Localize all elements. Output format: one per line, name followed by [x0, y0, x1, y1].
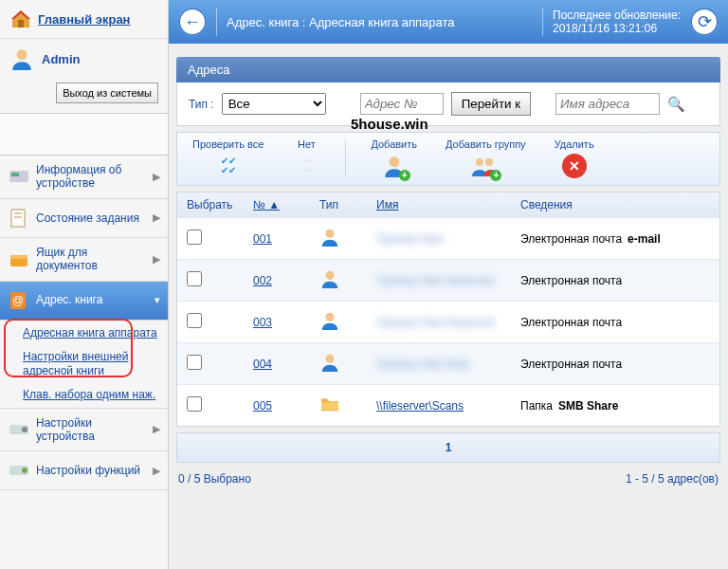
col-type: Тип [319, 198, 376, 211]
check-none-button[interactable]: Нет ▫▫▫▫ [288, 138, 324, 179]
row-checkbox[interactable] [187, 396, 202, 412]
device-settings-icon [8, 418, 30, 441]
folder-icon [319, 395, 340, 413]
row-details: Электронная почта [520, 358, 710, 371]
row-checkbox[interactable] [187, 313, 202, 328]
section-title: Адреса [176, 57, 720, 83]
row-name[interactable]: \\fileserver\Scans [376, 399, 520, 413]
address-table: Выбрать № ▲ Тип Имя Сведения 001Пример И… [176, 192, 720, 427]
function-settings-icon [8, 459, 30, 482]
add-person-icon: + [380, 153, 409, 179]
svg-point-18 [325, 229, 334, 238]
add-group-icon: + [471, 153, 500, 179]
svg-rect-4 [11, 210, 25, 227]
svg-rect-8 [10, 255, 27, 259]
svg-point-17 [485, 158, 493, 166]
type-label: Тип : [189, 98, 214, 111]
row-no-link[interactable]: 003 [253, 316, 272, 329]
col-name[interactable]: Имя [376, 198, 520, 211]
row-details: Электронная почтаe-mail [520, 232, 710, 246]
last-update: Последнее обновление: 2018/11/16 13:21:0… [553, 9, 681, 36]
add-group-button[interactable]: Добавить группу + [442, 138, 530, 179]
address-book-icon: @ [8, 289, 30, 312]
svg-point-1 [17, 49, 27, 60]
search-icon[interactable]: 🔍 [667, 96, 685, 113]
sidebar-item-document-box[interactable]: Ящик для документов ▶ [0, 238, 168, 282]
col-details: Сведения [520, 198, 710, 211]
address-no-input[interactable] [360, 93, 444, 115]
row-checkbox[interactable] [187, 271, 202, 286]
svg-point-15 [389, 156, 399, 167]
table-row: 002Пример Имя ФамилияЭлектронная почта [177, 259, 719, 301]
svg-rect-3 [11, 173, 19, 176]
user-row: Admin [0, 39, 168, 79]
row-no-link[interactable]: 005 [253, 399, 272, 413]
logout-button[interactable]: Выход из системы [56, 83, 158, 103]
col-select: Выбрать [187, 198, 253, 211]
row-name[interactable]: Пример Имя [376, 232, 520, 246]
row-details: Электронная почта [520, 274, 710, 287]
check-all-icon: ✔✔✔✔ [214, 153, 243, 179]
sidebar-item-address-book[interactable]: @ Адрес. книга ▾ [0, 282, 168, 321]
row-checkbox[interactable] [187, 355, 202, 370]
device-info-icon [8, 165, 30, 188]
svg-point-16 [476, 158, 483, 166]
sub-external-address-book[interactable]: Настройки внешней адресной книги [23, 350, 168, 378]
row-checkbox[interactable] [187, 229, 202, 245]
svg-point-12 [22, 427, 27, 432]
chevron-right-icon: ▶ [153, 171, 160, 183]
selected-count: 0 / 5 Выбрано [178, 472, 251, 486]
add-button[interactable]: Добавить + [367, 138, 421, 179]
sidebar-item-function-settings[interactable]: Настройки функций ▶ [0, 451, 168, 490]
pager: 1 [176, 432, 720, 463]
sidebar-item-job-status[interactable]: Состояние задания ▶ [0, 199, 168, 238]
row-details: ПапкаSMB Share [520, 399, 710, 413]
sub-one-touch-keys[interactable]: Клав. набора одним наж. [23, 388, 168, 402]
delete-icon: ✕ [560, 153, 589, 179]
user-avatar-icon [9, 46, 34, 71]
refresh-button[interactable]: ⟳ [690, 8, 719, 36]
home-icon [9, 8, 32, 30]
row-name[interactable]: Пример Имя Фамилия [376, 316, 520, 329]
col-no[interactable]: № ▲ [253, 198, 319, 211]
sub-machine-address-book[interactable]: Адресная книга аппарата [23, 326, 168, 340]
main: ← Адрес. книга : Адресная книга аппарата… [169, 0, 728, 569]
table-row: 001Пример ИмяЭлектронная почтаe-mail [177, 217, 719, 259]
row-no-link[interactable]: 004 [253, 358, 272, 371]
row-name[interactable]: Пример Имя Фам [376, 358, 520, 371]
home-row: Главный экран [0, 0, 168, 39]
table-header: Выбрать № ▲ Тип Имя Сведения [177, 193, 719, 217]
check-all-button[interactable]: Проверить все ✔✔✔✔ [189, 138, 267, 179]
status-row: 0 / 5 Выбрано 1 - 5 / 5 адрес(ов) [176, 468, 720, 489]
chevron-right-icon: ▶ [153, 211, 160, 224]
chevron-down-icon: ▾ [155, 294, 160, 306]
row-no-link[interactable]: 002 [253, 274, 272, 287]
page-number[interactable]: 1 [446, 441, 452, 454]
back-button[interactable]: ← [178, 8, 207, 36]
person-icon [319, 310, 340, 331]
toolbar: Проверить все ✔✔✔✔ Нет ▫▫▫▫ Добавить + Д [176, 132, 720, 186]
table-row: 004Пример Имя ФамЭлектронная почта [177, 342, 719, 384]
address-name-input[interactable] [555, 93, 660, 115]
svg-point-20 [325, 313, 334, 321]
row-details: Электронная почта [520, 316, 710, 329]
home-link[interactable]: Главный экран [38, 12, 130, 27]
table-row: 005\\fileserver\ScansПапкаSMB Share [177, 384, 719, 426]
svg-point-19 [325, 271, 334, 280]
row-name[interactable]: Пример Имя Фамилия [376, 274, 520, 287]
svg-point-21 [325, 355, 334, 363]
type-select[interactable]: Все [222, 93, 326, 115]
address-book-submenu: Адресная книга аппарата Настройки внешне… [0, 321, 168, 409]
sidebar-item-device-info[interactable]: Информация об устройстве ▶ [0, 156, 168, 199]
filter-bar: Тип : Все Перейти к 🔍 [176, 83, 720, 126]
table-row: 003Пример Имя ФамилияЭлектронная почта [177, 301, 719, 342]
goto-button[interactable]: Перейти к [451, 92, 531, 116]
delete-button[interactable]: Удалить ✕ [551, 138, 598, 179]
svg-point-14 [22, 468, 27, 473]
document-box-icon [8, 248, 30, 270]
sidebar-item-device-settings[interactable]: Настройки устройства ▶ [0, 409, 168, 452]
breadcrumb: Адрес. книга : Адресная книга аппарата [227, 15, 533, 29]
person-icon [319, 268, 340, 289]
row-no-link[interactable]: 001 [253, 232, 272, 246]
topbar: ← Адрес. книга : Адресная книга аппарата… [169, 0, 728, 44]
